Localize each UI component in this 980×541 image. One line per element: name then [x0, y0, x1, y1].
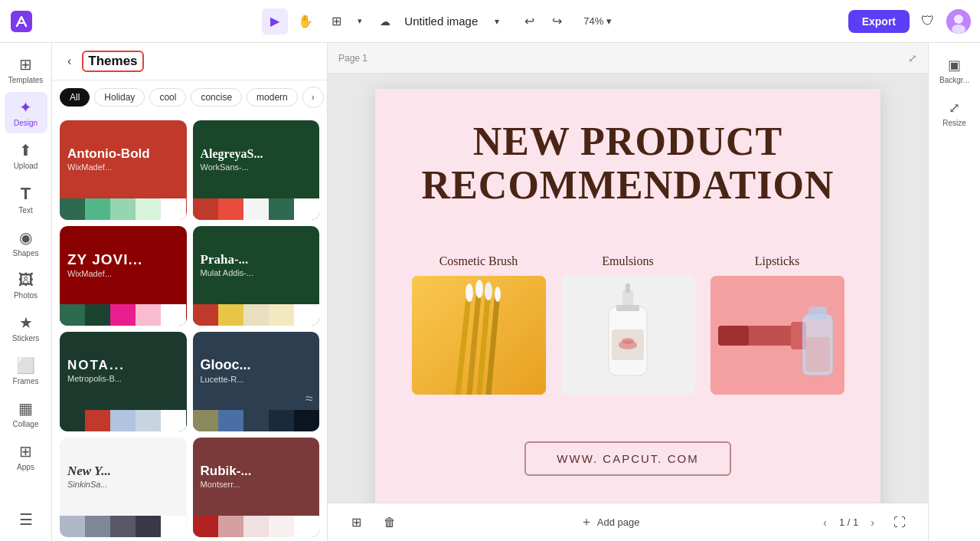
- bottom-center: ＋ Add page: [573, 510, 648, 535]
- topbar-tools: ▶ ✋ ⊞ ▾: [262, 8, 366, 34]
- delete-page-btn[interactable]: 🗑: [377, 510, 403, 536]
- theme-card-zyjovi[interactable]: ZY JOVI... WixMadef...: [60, 226, 187, 326]
- grid-tool-btn[interactable]: ⊞: [323, 8, 349, 34]
- svg-rect-0: [11, 11, 32, 32]
- apps-icon: ⊞: [19, 442, 32, 461]
- svg-point-10: [466, 284, 473, 302]
- svg-point-2: [954, 15, 963, 24]
- bottom-right: ‹ 1 / 1 › ⛶: [817, 510, 913, 536]
- theme-palette-antonio: [60, 198, 187, 220]
- sidebar-item-frames[interactable]: ⬜ Frames: [5, 350, 47, 392]
- sidebar-item-stickers[interactable]: ★ Stickers: [5, 307, 47, 349]
- filter-tag-cool[interactable]: cool: [149, 88, 186, 107]
- svg-point-21: [622, 338, 634, 344]
- sidebar-icons: ⊞ Templates ✦ Design ⬆ Upload T Text ◉ S…: [0, 43, 52, 541]
- right-panel-resize[interactable]: ⤢ Resize: [933, 93, 976, 133]
- theme-palette-glooc: [193, 410, 320, 431]
- add-page-label: Add page: [597, 516, 640, 528]
- right-panel-background[interactable]: ▣ Backgr...: [933, 51, 976, 90]
- theme-card-alegreya[interactable]: AlegreyaS... WorkSans-...: [193, 120, 320, 220]
- theme-font1-praho: Praha-...: [201, 253, 249, 267]
- shapes-icon: ◉: [19, 228, 32, 247]
- sidebar-item-design[interactable]: ✦ Design: [5, 92, 47, 133]
- resize-label: Resize: [942, 119, 966, 127]
- resize-icon: ⤢: [949, 100, 960, 116]
- sidebar-item-collage[interactable]: ▦ Collage: [5, 393, 47, 434]
- sidebar-item-upload[interactable]: ⬆ Upload: [5, 135, 47, 176]
- logo-icon[interactable]: [9, 9, 34, 34]
- url-box: WWW. CAPCUT. COM: [524, 441, 730, 476]
- filter-tag-all[interactable]: All: [60, 88, 90, 107]
- upload-icon: ⬆: [19, 141, 32, 159]
- back-btn[interactable]: ‹: [63, 53, 76, 70]
- shield-icon[interactable]: 🛡: [916, 9, 940, 34]
- theme-font2-zyjovi: WixMadef...: [67, 269, 112, 278]
- background-icon: ▣: [948, 57, 961, 74]
- filter-tag-modern[interactable]: modern: [247, 88, 298, 107]
- extra-icon: ☰: [19, 510, 33, 529]
- canvas-scroll[interactable]: NEW PRODUCT RECOMMENDATION Cosmetic Brus…: [328, 74, 928, 503]
- product-img-lipstick: [710, 276, 844, 395]
- sidebar-label-text: Text: [18, 206, 32, 215]
- doc-title-dropdown[interactable]: ▾: [484, 8, 510, 34]
- theme-card-nota[interactable]: NOTA... Metropolis-B...: [60, 332, 187, 431]
- theme-font1-antonio: Antonio-Bold: [67, 147, 150, 162]
- theme-header: ‹ Themes: [52, 43, 327, 80]
- sidebar-label-frames: Frames: [13, 377, 39, 385]
- frames-icon: ⬜: [16, 356, 35, 375]
- add-page-btn[interactable]: ＋ Add page: [573, 510, 648, 535]
- theme-card-glooc[interactable]: Glooc... Lucette-R... ≈: [193, 332, 320, 431]
- theme-font1-zyjovi: ZY JOVI...: [67, 252, 142, 268]
- theme-font2-praho: Mulat Addis-...: [201, 268, 254, 277]
- hand-tool-btn[interactable]: ✋: [292, 8, 318, 34]
- theme-palette-newy: [60, 516, 187, 537]
- theme-palette-rubik: [193, 516, 320, 537]
- grid-view-btn[interactable]: ⊞: [343, 510, 369, 536]
- svg-rect-17: [616, 305, 639, 311]
- zoom-btn[interactable]: 74% ▾: [576, 12, 619, 30]
- sidebar-label-collage: Collage: [13, 420, 39, 428]
- sidebar-item-photos[interactable]: 🖼 Photos: [5, 265, 47, 306]
- avatar[interactable]: [946, 9, 971, 34]
- glooc-tilde-icon: ≈: [305, 391, 313, 407]
- pointer-tool-btn[interactable]: ▶: [262, 8, 288, 34]
- filter-tag-holiday[interactable]: Holiday: [94, 88, 145, 107]
- theme-font2-antonio: WixMadef...: [67, 162, 112, 172]
- svg-rect-18: [626, 284, 630, 293]
- theme-card-top-glooc: Glooc... Lucette-R...: [193, 332, 320, 410]
- theme-card-top-newy: New Y... SinkinSa...: [60, 438, 187, 516]
- svg-rect-28: [805, 337, 830, 372]
- page-next-btn[interactable]: ›: [864, 513, 880, 532]
- sidebar-item-extra[interactable]: ☰: [5, 504, 47, 535]
- product-grid: Cosmetic Brush: [412, 254, 844, 395]
- theme-card-newy[interactable]: New Y... SinkinSa...: [60, 438, 187, 537]
- svg-rect-27: [808, 307, 827, 319]
- theme-card-rubik[interactable]: Rubik-... Montserr...: [193, 438, 320, 537]
- sidebar-item-shapes[interactable]: ◉ Shapes: [5, 222, 47, 264]
- filter-more-btn[interactable]: ›: [302, 87, 324, 108]
- templates-icon: ⊞: [19, 55, 32, 74]
- undo-btn[interactable]: ↩: [516, 8, 542, 34]
- filter-tag-concise[interactable]: concise: [191, 88, 242, 107]
- fullscreen-btn[interactable]: ⛶: [887, 510, 913, 536]
- cloud-save-btn[interactable]: ☁: [372, 8, 398, 34]
- headline-text: NEW PRODUCT RECOMMENDATION: [422, 120, 835, 207]
- product-img-brush: [412, 276, 546, 395]
- theme-card-antonio[interactable]: Antonio-Bold WixMadef...: [60, 120, 187, 220]
- sidebar-item-text[interactable]: T Text: [5, 178, 47, 221]
- svg-point-3: [952, 25, 965, 34]
- grid-tool-dropdown[interactable]: ▾: [354, 8, 366, 34]
- export-btn[interactable]: Export: [848, 10, 910, 33]
- svg-point-12: [485, 282, 492, 300]
- sidebar-item-apps[interactable]: ⊞ Apps: [5, 436, 47, 477]
- page-prev-btn[interactable]: ‹: [817, 513, 833, 532]
- canvas-expand-btn[interactable]: ⤢: [908, 52, 917, 64]
- svg-point-11: [475, 280, 483, 298]
- background-label: Backgr...: [939, 76, 969, 84]
- sidebar-label-templates: Templates: [8, 76, 44, 84]
- theme-font1-newy: New Y...: [67, 464, 111, 479]
- sidebar-label-photos: Photos: [14, 291, 38, 300]
- theme-card-praho[interactable]: Praha-... Mulat Addis-...: [193, 226, 320, 326]
- sidebar-item-templates[interactable]: ⊞ Templates: [5, 49, 47, 90]
- redo-btn[interactable]: ↪: [544, 8, 570, 34]
